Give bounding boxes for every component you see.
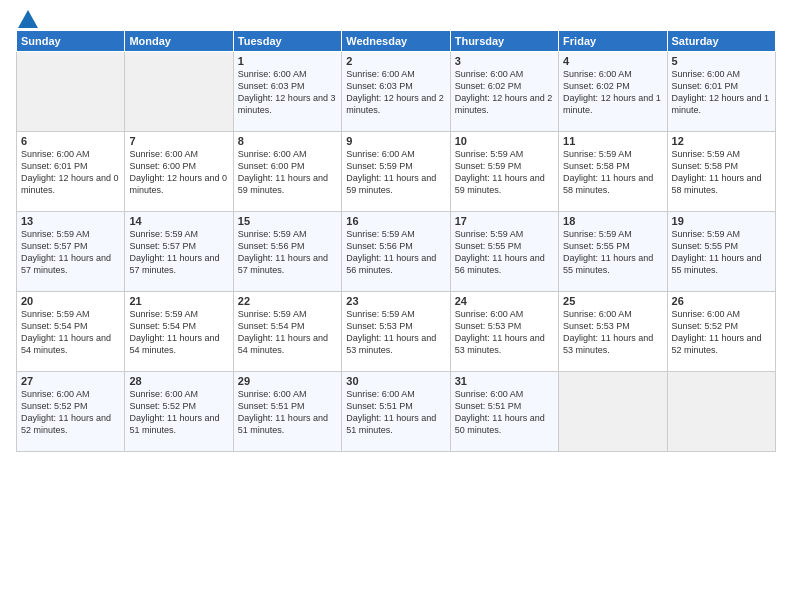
cell-content: Sunrise: 6:00 AMSunset: 5:51 PMDaylight:… bbox=[238, 388, 337, 437]
cell-content: Sunrise: 5:59 AMSunset: 5:53 PMDaylight:… bbox=[346, 308, 445, 357]
calendar-cell: 2Sunrise: 6:00 AMSunset: 6:03 PMDaylight… bbox=[342, 52, 450, 132]
day-number: 24 bbox=[455, 295, 554, 307]
weekday-header: Sunday bbox=[17, 31, 125, 52]
calendar-week-row: 27Sunrise: 6:00 AMSunset: 5:52 PMDayligh… bbox=[17, 372, 776, 452]
cell-content: Sunrise: 5:59 AMSunset: 5:55 PMDaylight:… bbox=[672, 228, 771, 277]
day-number: 15 bbox=[238, 215, 337, 227]
cell-content: Sunrise: 6:00 AMSunset: 5:53 PMDaylight:… bbox=[455, 308, 554, 357]
calendar-cell: 4Sunrise: 6:00 AMSunset: 6:02 PMDaylight… bbox=[559, 52, 667, 132]
cell-content: Sunrise: 6:00 AMSunset: 5:59 PMDaylight:… bbox=[346, 148, 445, 197]
day-number: 23 bbox=[346, 295, 445, 307]
calendar-cell: 6Sunrise: 6:00 AMSunset: 6:01 PMDaylight… bbox=[17, 132, 125, 212]
cell-content: Sunrise: 6:00 AMSunset: 6:00 PMDaylight:… bbox=[129, 148, 228, 197]
calendar-cell: 9Sunrise: 6:00 AMSunset: 5:59 PMDaylight… bbox=[342, 132, 450, 212]
cell-content: Sunrise: 6:00 AMSunset: 6:02 PMDaylight:… bbox=[563, 68, 662, 117]
calendar-cell: 5Sunrise: 6:00 AMSunset: 6:01 PMDaylight… bbox=[667, 52, 775, 132]
day-number: 28 bbox=[129, 375, 228, 387]
day-number: 17 bbox=[455, 215, 554, 227]
cell-content: Sunrise: 6:00 AMSunset: 5:52 PMDaylight:… bbox=[129, 388, 228, 437]
day-number: 12 bbox=[672, 135, 771, 147]
cell-content: Sunrise: 6:00 AMSunset: 5:52 PMDaylight:… bbox=[21, 388, 120, 437]
calendar-week-row: 1Sunrise: 6:00 AMSunset: 6:03 PMDaylight… bbox=[17, 52, 776, 132]
svg-marker-0 bbox=[18, 10, 38, 28]
day-number: 16 bbox=[346, 215, 445, 227]
cell-content: Sunrise: 5:59 AMSunset: 5:55 PMDaylight:… bbox=[563, 228, 662, 277]
header bbox=[16, 12, 776, 24]
calendar-cell: 22Sunrise: 5:59 AMSunset: 5:54 PMDayligh… bbox=[233, 292, 341, 372]
day-number: 29 bbox=[238, 375, 337, 387]
calendar-cell: 25Sunrise: 6:00 AMSunset: 5:53 PMDayligh… bbox=[559, 292, 667, 372]
day-number: 3 bbox=[455, 55, 554, 67]
calendar-cell: 31Sunrise: 6:00 AMSunset: 5:51 PMDayligh… bbox=[450, 372, 558, 452]
calendar-cell: 24Sunrise: 6:00 AMSunset: 5:53 PMDayligh… bbox=[450, 292, 558, 372]
day-number: 2 bbox=[346, 55, 445, 67]
day-number: 6 bbox=[21, 135, 120, 147]
calendar-cell: 16Sunrise: 5:59 AMSunset: 5:56 PMDayligh… bbox=[342, 212, 450, 292]
cell-content: Sunrise: 6:00 AMSunset: 6:00 PMDaylight:… bbox=[238, 148, 337, 197]
weekday-header: Friday bbox=[559, 31, 667, 52]
day-number: 30 bbox=[346, 375, 445, 387]
calendar-cell: 3Sunrise: 6:00 AMSunset: 6:02 PMDaylight… bbox=[450, 52, 558, 132]
calendar-cell: 30Sunrise: 6:00 AMSunset: 5:51 PMDayligh… bbox=[342, 372, 450, 452]
day-number: 19 bbox=[672, 215, 771, 227]
calendar-cell: 12Sunrise: 5:59 AMSunset: 5:58 PMDayligh… bbox=[667, 132, 775, 212]
cell-content: Sunrise: 5:59 AMSunset: 5:58 PMDaylight:… bbox=[672, 148, 771, 197]
calendar-cell: 27Sunrise: 6:00 AMSunset: 5:52 PMDayligh… bbox=[17, 372, 125, 452]
day-number: 21 bbox=[129, 295, 228, 307]
day-number: 20 bbox=[21, 295, 120, 307]
cell-content: Sunrise: 5:59 AMSunset: 5:54 PMDaylight:… bbox=[129, 308, 228, 357]
calendar-cell: 17Sunrise: 5:59 AMSunset: 5:55 PMDayligh… bbox=[450, 212, 558, 292]
cell-content: Sunrise: 5:59 AMSunset: 5:56 PMDaylight:… bbox=[346, 228, 445, 277]
cell-content: Sunrise: 6:00 AMSunset: 6:02 PMDaylight:… bbox=[455, 68, 554, 117]
weekday-header: Wednesday bbox=[342, 31, 450, 52]
weekday-header: Monday bbox=[125, 31, 233, 52]
calendar-cell: 11Sunrise: 5:59 AMSunset: 5:58 PMDayligh… bbox=[559, 132, 667, 212]
calendar-cell: 23Sunrise: 5:59 AMSunset: 5:53 PMDayligh… bbox=[342, 292, 450, 372]
calendar-cell: 20Sunrise: 5:59 AMSunset: 5:54 PMDayligh… bbox=[17, 292, 125, 372]
cell-content: Sunrise: 5:59 AMSunset: 5:55 PMDaylight:… bbox=[455, 228, 554, 277]
calendar-cell: 18Sunrise: 5:59 AMSunset: 5:55 PMDayligh… bbox=[559, 212, 667, 292]
calendar-week-row: 13Sunrise: 5:59 AMSunset: 5:57 PMDayligh… bbox=[17, 212, 776, 292]
cell-content: Sunrise: 6:00 AMSunset: 6:01 PMDaylight:… bbox=[21, 148, 120, 197]
cell-content: Sunrise: 6:00 AMSunset: 5:51 PMDaylight:… bbox=[455, 388, 554, 437]
calendar-cell: 26Sunrise: 6:00 AMSunset: 5:52 PMDayligh… bbox=[667, 292, 775, 372]
cell-content: Sunrise: 6:00 AMSunset: 5:53 PMDaylight:… bbox=[563, 308, 662, 357]
day-number: 7 bbox=[129, 135, 228, 147]
calendar-cell: 8Sunrise: 6:00 AMSunset: 6:00 PMDaylight… bbox=[233, 132, 341, 212]
calendar-table: SundayMondayTuesdayWednesdayThursdayFrid… bbox=[16, 30, 776, 452]
cell-content: Sunrise: 6:00 AMSunset: 5:51 PMDaylight:… bbox=[346, 388, 445, 437]
day-number: 4 bbox=[563, 55, 662, 67]
weekday-header: Thursday bbox=[450, 31, 558, 52]
day-number: 25 bbox=[563, 295, 662, 307]
cell-content: Sunrise: 5:59 AMSunset: 5:54 PMDaylight:… bbox=[238, 308, 337, 357]
weekday-header: Saturday bbox=[667, 31, 775, 52]
day-number: 9 bbox=[346, 135, 445, 147]
day-number: 31 bbox=[455, 375, 554, 387]
day-number: 27 bbox=[21, 375, 120, 387]
logo bbox=[16, 12, 38, 24]
cell-content: Sunrise: 6:00 AMSunset: 6:03 PMDaylight:… bbox=[346, 68, 445, 117]
calendar-cell bbox=[667, 372, 775, 452]
calendar-cell: 10Sunrise: 5:59 AMSunset: 5:59 PMDayligh… bbox=[450, 132, 558, 212]
calendar-cell bbox=[17, 52, 125, 132]
cell-content: Sunrise: 5:59 AMSunset: 5:59 PMDaylight:… bbox=[455, 148, 554, 197]
calendar-cell: 29Sunrise: 6:00 AMSunset: 5:51 PMDayligh… bbox=[233, 372, 341, 452]
day-number: 8 bbox=[238, 135, 337, 147]
day-number: 5 bbox=[672, 55, 771, 67]
day-number: 22 bbox=[238, 295, 337, 307]
calendar-cell bbox=[559, 372, 667, 452]
calendar-cell: 7Sunrise: 6:00 AMSunset: 6:00 PMDaylight… bbox=[125, 132, 233, 212]
weekday-header-row: SundayMondayTuesdayWednesdayThursdayFrid… bbox=[17, 31, 776, 52]
cell-content: Sunrise: 5:59 AMSunset: 5:54 PMDaylight:… bbox=[21, 308, 120, 357]
calendar-cell bbox=[125, 52, 233, 132]
day-number: 18 bbox=[563, 215, 662, 227]
cell-content: Sunrise: 6:00 AMSunset: 6:01 PMDaylight:… bbox=[672, 68, 771, 117]
logo-icon bbox=[18, 10, 38, 28]
calendar-cell: 14Sunrise: 5:59 AMSunset: 5:57 PMDayligh… bbox=[125, 212, 233, 292]
calendar-cell: 28Sunrise: 6:00 AMSunset: 5:52 PMDayligh… bbox=[125, 372, 233, 452]
cell-content: Sunrise: 5:59 AMSunset: 5:58 PMDaylight:… bbox=[563, 148, 662, 197]
day-number: 26 bbox=[672, 295, 771, 307]
day-number: 11 bbox=[563, 135, 662, 147]
calendar-week-row: 6Sunrise: 6:00 AMSunset: 6:01 PMDaylight… bbox=[17, 132, 776, 212]
calendar-cell: 15Sunrise: 5:59 AMSunset: 5:56 PMDayligh… bbox=[233, 212, 341, 292]
